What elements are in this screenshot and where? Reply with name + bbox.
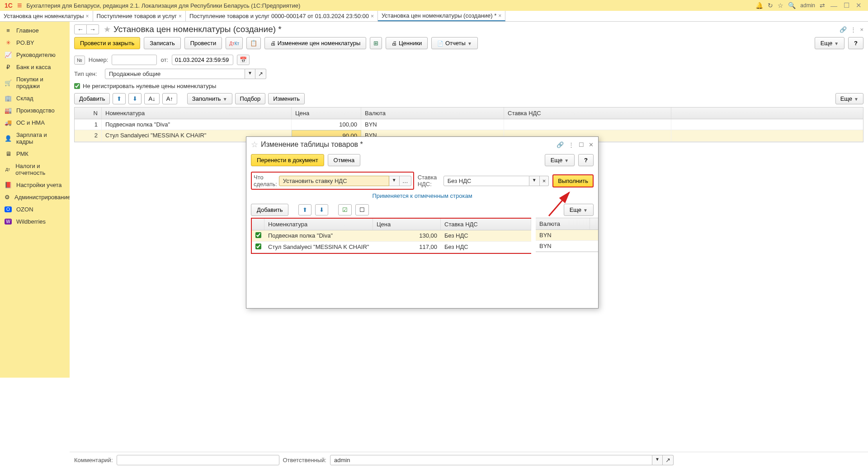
ellipsis-icon[interactable]: … (400, 176, 411, 186)
dlg-add-button[interactable]: Добавить (251, 204, 288, 216)
col-currency[interactable]: Валюта (536, 218, 590, 229)
main-menu-icon[interactable]: ≡ (14, 1, 25, 10)
nav-forward-button[interactable]: → (87, 24, 99, 34)
change-button[interactable]: Изменить (268, 93, 305, 104)
more-icon[interactable]: ⋮ (568, 141, 574, 148)
nav-hr[interactable]: 👤Зарплата и кадры (0, 129, 70, 148)
calendar-icon[interactable]: 📅 (237, 55, 250, 65)
tab-1[interactable]: Поступление товаров и услуг× (93, 11, 186, 21)
uncheck-all-button[interactable]: ☐ (355, 204, 369, 215)
link-icon[interactable]: 🔗 (557, 141, 564, 148)
maximize-icon[interactable]: ☐ (579, 141, 584, 148)
close-icon[interactable]: × (86, 13, 89, 19)
sort-asc-button[interactable]: A↓ (144, 93, 159, 104)
col-check[interactable] (252, 219, 264, 230)
move-down-button[interactable]: ⬇ (128, 93, 142, 104)
col-vat[interactable]: Ставка НДС (504, 108, 671, 119)
col-number[interactable]: N (75, 108, 102, 119)
col-nomenclature[interactable]: Номенклатура (102, 108, 292, 119)
history-icon[interactable]: ↻ (768, 2, 773, 9)
star-icon[interactable]: ☆ (778, 2, 783, 9)
dlg-move-up-button[interactable]: ⬆ (298, 204, 311, 215)
col-nomenclature[interactable]: Номенклатура (264, 219, 373, 230)
number-input[interactable] (112, 55, 157, 65)
more-icon[interactable]: ⋮ (850, 26, 856, 33)
nav-tax[interactable]: ДтНалоги и отчетность (0, 160, 70, 179)
close-icon[interactable]: × (371, 13, 374, 19)
user-name[interactable]: admin (800, 2, 815, 9)
col-currency[interactable]: Валюта (361, 108, 504, 119)
nav-admin[interactable]: ⚙Администрирование (0, 191, 70, 203)
link-icon[interactable]: 🔗 (840, 26, 847, 33)
close-icon[interactable]: × (498, 13, 501, 19)
execute-button[interactable]: Выполнить (552, 174, 594, 187)
post-button[interactable]: Провести (184, 37, 222, 49)
clear-icon[interactable]: × (540, 176, 549, 186)
more-button[interactable]: Еще▼ (815, 37, 844, 49)
col-vat[interactable]: Ставка НДС (441, 219, 531, 230)
col-price[interactable]: Цена (373, 219, 441, 230)
nav-poby[interactable]: ✳PO.BY (0, 37, 70, 49)
tab-0[interactable]: Установка цен номенклатуры× (0, 11, 93, 21)
nav-back-button[interactable]: ← (74, 24, 87, 34)
move-up-button[interactable]: ⬆ (113, 93, 126, 104)
close-page-icon[interactable]: × (860, 26, 863, 33)
comment-input[interactable] (117, 455, 279, 465)
tab-2[interactable]: Поступление товаров и услуг 0000-000147 … (186, 11, 378, 21)
favorite-icon[interactable]: ☆ (251, 140, 258, 150)
col-price[interactable]: Цена (292, 108, 361, 119)
dlg-more-button[interactable]: Еще▼ (545, 154, 575, 166)
nav-sales[interactable]: 🛒Покупки и продажи (0, 73, 70, 92)
chevron-down-icon[interactable]: ▼ (652, 455, 663, 465)
nav-settings[interactable]: 📕Настройки учета (0, 179, 70, 191)
bell-icon[interactable]: 🔔 (755, 2, 763, 9)
post-close-button[interactable]: Провести и закрыть (74, 37, 140, 49)
chevron-down-icon[interactable]: ▼ (529, 176, 540, 186)
nav-warehouse[interactable]: 🏢Склад (0, 92, 70, 104)
close-icon[interactable]: × (179, 13, 182, 19)
row-check[interactable] (255, 243, 261, 249)
nav-production[interactable]: 🏭Производство (0, 104, 70, 117)
minimize-icon[interactable]: — (830, 2, 838, 9)
table-row[interactable]: 1 Подвесная полка "Diva" 100,00 BYN (75, 119, 863, 130)
tab-3[interactable]: Установка цен номенклатуры (создание) *× (378, 11, 505, 21)
nav-wb[interactable]: WWildberries (0, 215, 70, 228)
transfer-button[interactable]: Перенести в документ (251, 154, 324, 166)
nav-manager[interactable]: 📈Руководителю (0, 49, 70, 61)
pricetype-select[interactable]: Продажные общие ▼ ↗ (105, 69, 266, 79)
dlg-table-more-button[interactable]: Еще▼ (564, 204, 594, 216)
structure-button[interactable]: 📋 (246, 37, 261, 49)
vat-select[interactable]: Без НДС ▼ × (443, 176, 549, 186)
pricetags-button[interactable]: Ценники (386, 37, 428, 49)
close-window-icon[interactable]: ✕ (855, 1, 863, 9)
settings-icon[interactable]: ⇄ (820, 2, 825, 9)
nav-rmk[interactable]: 🖥РМК (0, 148, 70, 160)
check-all-button[interactable]: ☑ (338, 204, 352, 215)
what-select[interactable]: Установить ставку НДС ▼ … (279, 176, 411, 186)
fill-button[interactable]: Заполнить▼ (187, 93, 232, 104)
reports-button[interactable]: Отчеты▼ (431, 37, 477, 49)
nav-assets[interactable]: 🚚ОС и НМА (0, 117, 70, 129)
nav-main[interactable]: ≡Главное (0, 24, 70, 37)
noreg-checkbox[interactable] (74, 83, 80, 89)
search-icon[interactable]: 🔍 (788, 2, 796, 9)
select-button[interactable]: Подбор (235, 93, 266, 104)
nav-ozon[interactable]: OOZON (0, 203, 70, 215)
dlg-help-button[interactable]: ? (578, 154, 594, 166)
favorite-icon[interactable]: ★ (104, 24, 111, 34)
open-icon[interactable]: ↗ (255, 69, 266, 79)
dialog-row[interactable]: Стул Sandalyeci "MESSINA K CHAIR" 117,00… (252, 242, 531, 253)
responsible-select[interactable]: admin ▼ ↗ (330, 455, 674, 465)
help-button[interactable]: ? (848, 37, 863, 49)
open-icon[interactable]: ↗ (663, 455, 674, 465)
dt-kt-button[interactable]: ДтКт (226, 37, 243, 49)
dialog-row[interactable]: Подвесная полка "Diva" 130,00 Без НДС (252, 230, 531, 242)
nav-bank[interactable]: ₽Банк и касса (0, 61, 70, 73)
price-change-button[interactable]: Изменение цен номенклатуры (264, 37, 366, 49)
chevron-down-icon[interactable]: ▼ (389, 176, 400, 186)
cancel-button[interactable]: Отмена (328, 154, 361, 166)
sort-desc-button[interactable]: A↑ (162, 93, 177, 104)
date-input[interactable] (172, 55, 233, 65)
excel-button[interactable] (370, 37, 382, 49)
add-button[interactable]: Добавить (74, 93, 110, 104)
